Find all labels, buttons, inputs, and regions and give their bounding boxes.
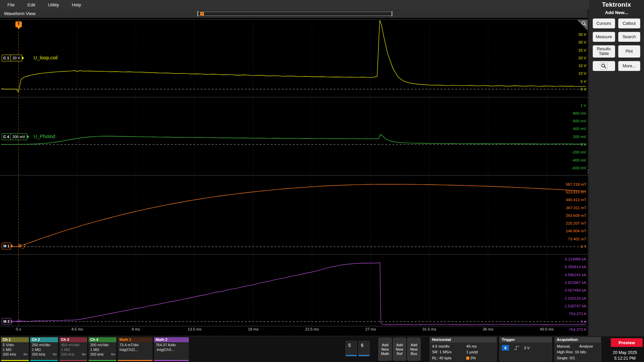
channel-badge-c4[interactable]: C 4 200 mV bbox=[2, 133, 27, 140]
scale-label: 25 V bbox=[578, 48, 586, 52]
channel-impedance: 1 MΩ bbox=[1, 347, 29, 352]
acquisition-mode: Manual, bbox=[557, 344, 571, 349]
channel-impedance: 1 MΩ bbox=[89, 347, 116, 352]
scale-label: 5.350614 kA bbox=[565, 265, 586, 269]
x-axis-label: 4.5 ms bbox=[71, 327, 83, 331]
scale-label: 2.293120 kA bbox=[565, 296, 586, 300]
math-badge-math1[interactable]: Math 1 73.4 mT/div Intg(Ch2)… bbox=[117, 337, 153, 361]
add-callout-button[interactable]: Callout bbox=[618, 18, 641, 28]
add-new-math-button[interactable]: AddNewMath bbox=[378, 338, 392, 361]
add-new-button-grid: Cursors Callout Measure Search Results T… bbox=[589, 18, 644, 71]
waveform-traces-svg[interactable]: 35 V30 V25 V20 V15 V10 V5 V0 V1 V800 mV6… bbox=[0, 18, 588, 336]
scale-label: 1.528747 kA bbox=[565, 304, 586, 308]
menu-item-edit[interactable]: Edit bbox=[28, 2, 35, 7]
channel-badge-id: C 1 bbox=[2, 55, 10, 61]
channel-scale: 250 mV/div bbox=[30, 342, 58, 347]
trace-m2[interactable] bbox=[1, 263, 586, 325]
trace-label-ch4: U_Photod bbox=[34, 134, 55, 139]
add-search-button[interactable]: Search bbox=[618, 32, 641, 42]
trace-label-ch1: U_loop,coil bbox=[34, 55, 58, 60]
channel-color-line bbox=[30, 360, 58, 361]
right-sidebar: Tektronix Add New... Cursors Callout Mea… bbox=[589, 0, 644, 336]
x-axis-label: 27 ms bbox=[365, 327, 376, 331]
channel-badge-ch4[interactable]: Ch 4 200 mV/div 1 MΩ 200 kHz Bw bbox=[88, 337, 117, 361]
more-button[interactable]: More... bbox=[618, 61, 641, 71]
trace-c1[interactable] bbox=[1, 20, 586, 92]
horizontal-span: 45 ms bbox=[466, 344, 494, 349]
x-axis-label: 0 s bbox=[16, 327, 21, 331]
channel-color-line bbox=[59, 360, 87, 361]
x-axis-label: 36 ms bbox=[483, 327, 493, 331]
x-axis-label: 40.5 ms bbox=[540, 327, 554, 331]
menu-item-utility[interactable]: Utility bbox=[48, 2, 59, 7]
time-text: 5:12:21 PM bbox=[607, 356, 643, 361]
trigger-level: 3 V bbox=[524, 346, 530, 350]
channel-scale: 450 mV/div bbox=[59, 342, 87, 347]
channel-badge-id: C 4 bbox=[2, 134, 10, 140]
channel-impedance: 1 MΩ bbox=[30, 347, 58, 352]
acquisition-analyze: Analyze bbox=[579, 344, 593, 349]
math-expression: -Intg(Ch3… bbox=[154, 347, 189, 352]
scale-label: 293.609 mT bbox=[566, 214, 586, 218]
channel-box-6[interactable]: 6 bbox=[358, 341, 370, 356]
channel-bandwidth: 200 kHz Bw bbox=[1, 352, 29, 356]
scale-label: 1 V bbox=[581, 104, 587, 108]
trace-m1[interactable] bbox=[1, 184, 586, 247]
scale-label: 20 V bbox=[578, 56, 586, 60]
horizontal-position-slider[interactable]: T bbox=[197, 12, 392, 16]
magnifier-icon bbox=[600, 62, 607, 70]
math-badge-math2[interactable]: Math 2 764.37 A/div -Intg(Ch3… bbox=[154, 337, 189, 361]
channel-badge-ch3[interactable]: Ch 3 450 mV/div 1 MΩ 200 kHz Bw bbox=[59, 337, 88, 361]
menu-item-file[interactable]: File bbox=[7, 2, 15, 7]
trigger-panel[interactable]: Trigger 6 3 V bbox=[499, 337, 552, 361]
add-cursors-button[interactable]: Cursors bbox=[593, 18, 615, 28]
scale-label: 30 V bbox=[578, 40, 586, 44]
add-new-bus-button[interactable]: AddNewBus bbox=[407, 338, 421, 361]
add-new-ref-button[interactable]: AddNewRef bbox=[393, 338, 406, 361]
channel-scale: 200 mV/div bbox=[89, 342, 116, 347]
channel-bandwidth: 200 kHz Bw bbox=[30, 352, 58, 356]
horizontal-panel-title: Horizontal bbox=[430, 337, 496, 343]
channel-badge-c1[interactable]: C 1 20 V bbox=[2, 55, 22, 61]
channel-badge-scale: 200 mV bbox=[10, 134, 27, 140]
menu-item-help[interactable]: Help bbox=[72, 2, 81, 7]
math-color-line bbox=[118, 360, 153, 361]
acquisition-panel[interactable]: Acquisition Manual, Analyze High Res: 16… bbox=[554, 337, 601, 361]
scale-label: 220.207 mT bbox=[566, 221, 586, 225]
waveform-view-title: Waveform View bbox=[4, 11, 36, 16]
channel-impedance: 1 MΩ bbox=[59, 347, 87, 352]
scale-label: 200 mV bbox=[573, 135, 586, 139]
tektronix-logo: Tektronix bbox=[589, 1, 644, 9]
channel-badge-ch1[interactable]: Ch 1 5 V/div 1 MΩ 200 kHz Bw bbox=[1, 337, 29, 361]
scale-label: -200 mV bbox=[572, 150, 587, 154]
waveform-plot-area[interactable]: 35 V30 V25 V20 V15 V10 V5 V0 V1 V800 mV6… bbox=[0, 18, 589, 336]
channel-color-line bbox=[359, 355, 369, 356]
sample-resolution: 1 µs/pt bbox=[466, 349, 494, 355]
trace-c4[interactable] bbox=[1, 134, 586, 144]
math-badge-m1[interactable]: M 1 bbox=[2, 243, 11, 249]
scale-label: -400 mV bbox=[572, 158, 587, 162]
channel-badge-ch2[interactable]: Ch 2 250 mV/div 1 MΩ 200 kHz Bw bbox=[30, 337, 58, 361]
sample-rate: SR: 1 MS/s bbox=[432, 349, 466, 355]
add-new-title: Add New... bbox=[589, 10, 644, 15]
x-axis-label: 9 ms bbox=[132, 327, 140, 331]
channel-box-5[interactable]: 5 bbox=[345, 341, 357, 356]
scale-label: 600 mV bbox=[573, 119, 586, 123]
add-measure-button[interactable]: Measure bbox=[593, 32, 615, 42]
channel-name: Ch 2 bbox=[30, 337, 58, 342]
scale-label: 5 V bbox=[581, 79, 587, 83]
math-badge-m2[interactable]: M 2 bbox=[2, 318, 11, 325]
scale-label: 440.413 mT bbox=[566, 198, 586, 202]
trigger-position-marker[interactable]: T bbox=[200, 12, 204, 15]
add-results-table-button[interactable]: Results Table bbox=[593, 45, 615, 58]
zoom-mode-button[interactable] bbox=[593, 61, 615, 71]
trigger-indicator-flag[interactable]: T bbox=[15, 21, 22, 27]
preview-button[interactable]: Preview bbox=[611, 338, 643, 347]
add-plot-button[interactable]: Plot bbox=[618, 45, 641, 58]
bottom-settings-bar: Ch 1 5 V/div 1 MΩ 200 kHz Bw Ch 2 250 mV… bbox=[0, 336, 644, 362]
horizontal-panel[interactable]: Horizontal 4.5 ms/div 45 ms SR: 1 MS/s 1… bbox=[430, 337, 497, 361]
math-badge-id: M 1 bbox=[2, 243, 11, 249]
x-axis-label: 18 ms bbox=[248, 327, 259, 331]
acquisition-single: Single: 0/1 bbox=[557, 355, 599, 361]
scale-label: 6.114988 kA bbox=[565, 257, 586, 261]
